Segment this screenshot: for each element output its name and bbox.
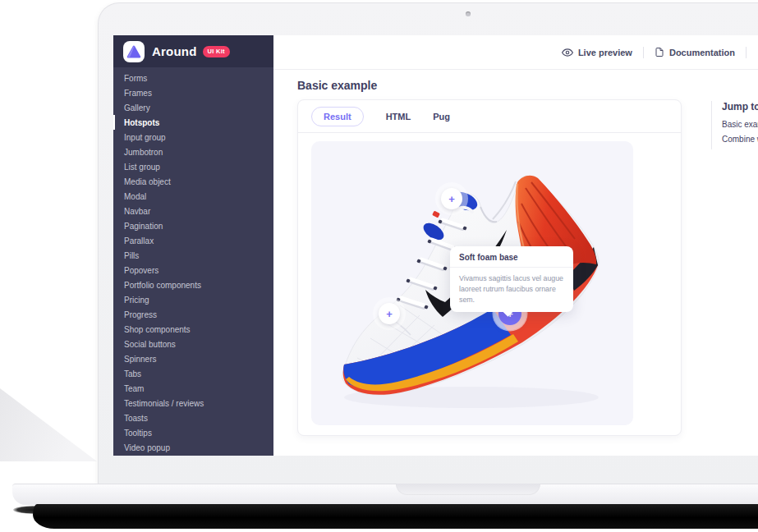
sidebar-item-tooltips[interactable]: Tooltips — [113, 425, 273, 440]
sidebar-header: Around UI Kit — [113, 35, 273, 67]
hotspot-button-tongue[interactable]: + — [441, 188, 462, 209]
tab-pug[interactable]: Pug — [433, 112, 450, 122]
jump-link-combine[interactable]: Combine wi — [722, 135, 758, 144]
plus-icon: + — [448, 194, 455, 204]
divider — [643, 47, 644, 58]
sidebar-item-navbar[interactable]: Navbar — [113, 204, 273, 218]
jump-link-basic-example[interactable]: Basic examp — [722, 120, 758, 129]
sidebar-item-pagination[interactable]: Pagination — [113, 218, 273, 233]
sidebar-item-popovers[interactable]: Popovers — [113, 263, 273, 277]
document-icon — [655, 47, 664, 57]
sidebar: Around UI Kit Forms Frames Gallery Hotsp… — [113, 35, 273, 456]
sidebar-item-video-popup[interactable]: Video popup — [113, 440, 273, 455]
sidebar-item-input-group[interactable]: Input group — [113, 130, 273, 144]
plus-icon: + — [386, 309, 393, 319]
eye-icon — [562, 47, 573, 58]
live-preview-label: Live preview — [578, 48, 632, 57]
sidebar-item-gallery[interactable]: Gallery — [113, 100, 273, 115]
jump-to-panel: Jump to Basic examp Combine wi — [711, 101, 758, 149]
tooltip-title: Soft foam base — [450, 246, 573, 268]
tabbar: Result HTML Pug — [298, 100, 681, 133]
sidebar-item-list-group[interactable]: List group — [113, 159, 273, 174]
sidebar-item-pills[interactable]: Pills — [113, 248, 273, 263]
sidebar-item-hotspots[interactable]: Hotspots — [113, 115, 273, 130]
sidebar-item-toasts[interactable]: Toasts — [113, 410, 273, 425]
topbar: Live preview Documentation — [273, 35, 758, 70]
sidebar-item-portfolio-components[interactable]: Portfolio components — [113, 277, 273, 292]
hotspot-button-side[interactable]: + — [379, 303, 400, 324]
documentation-label: Documentation — [669, 48, 735, 57]
sidebar-nav: Forms Frames Gallery Hotspots Input grou… — [113, 67, 273, 455]
jump-to-title: Jump to — [722, 101, 758, 112]
sidebar-item-pricing[interactable]: Pricing — [113, 292, 273, 307]
brand-name: Around — [152, 44, 197, 58]
sidebar-item-progress[interactable]: Progress — [113, 307, 273, 322]
tab-result[interactable]: Result — [311, 107, 364, 126]
laptop-base-notch — [396, 484, 540, 495]
hotspot-tooltip: Soft foam base Vivamus sagittis lacus ve… — [450, 246, 573, 312]
ui-kit-badge: UI Kit — [203, 46, 230, 57]
background-shape — [0, 388, 97, 461]
around-logo-icon — [126, 44, 141, 59]
laptop-base — [12, 484, 758, 505]
webcam-icon — [466, 11, 471, 16]
sidebar-item-modal[interactable]: Modal — [113, 189, 273, 204]
sidebar-item-media-object[interactable]: Media object — [113, 174, 273, 189]
page-title: Basic example — [297, 79, 377, 92]
sidebar-item-parallax[interactable]: Parallax — [113, 233, 273, 248]
sidebar-item-forms[interactable]: Forms — [113, 71, 273, 85]
laptop-screen: Around UI Kit Forms Frames Gallery Hotsp… — [113, 35, 758, 456]
live-preview-link[interactable]: Live preview — [562, 47, 632, 58]
hotspots-preview: + + + Soft foam base Vivamus sagittis la… — [311, 141, 633, 425]
sidebar-item-jumbotron[interactable]: Jumbotron — [113, 144, 273, 159]
sidebar-item-spinners[interactable]: Spinners — [113, 351, 273, 366]
tab-html[interactable]: HTML — [386, 112, 411, 122]
sidebar-item-tabs[interactable]: Tabs — [113, 366, 273, 381]
laptop-underside — [33, 504, 758, 529]
documentation-link[interactable]: Documentation — [655, 47, 735, 57]
example-card: Result HTML Pug — [297, 99, 682, 436]
sidebar-item-social-buttons[interactable]: Social buttons — [113, 337, 273, 351]
brand-logo[interactable] — [123, 41, 145, 62]
sidebar-item-team[interactable]: Team — [113, 381, 273, 396]
page: Around UI Kit Forms Frames Gallery Hotsp… — [0, 0, 758, 532]
sidebar-item-testimonials[interactable]: Testimonials / reviews — [113, 396, 273, 410]
sidebar-item-frames[interactable]: Frames — [113, 85, 273, 100]
sidebar-item-shop-components[interactable]: Shop components — [113, 322, 273, 337]
divider — [746, 47, 747, 58]
tooltip-body: Vivamus sagittis lacus vel augue laoreet… — [450, 268, 573, 312]
